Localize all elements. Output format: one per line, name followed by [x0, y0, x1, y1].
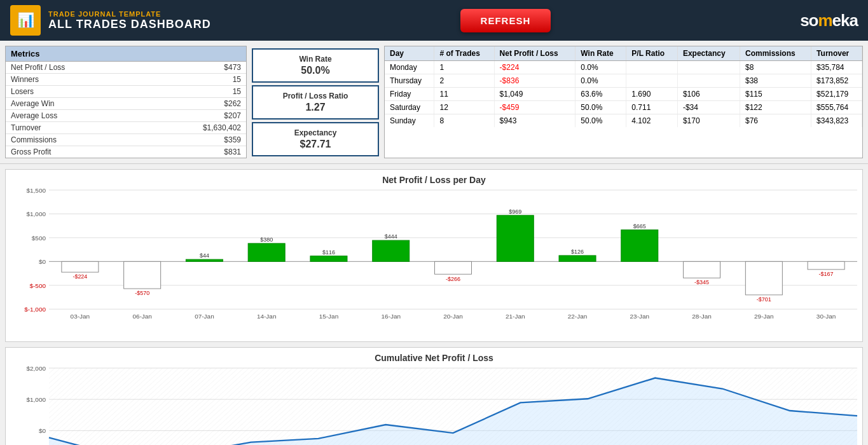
header-text: TRADE JOURNAL TEMPLATE ALL TRADES DASHBO… — [48, 10, 211, 31]
app-icon: 📊 — [10, 5, 41, 36]
table-cell: 0.711 — [626, 101, 678, 114]
table-cell: $8 — [740, 61, 811, 74]
charts-section: Net Profit / Loss per Day $1,500$1,000$5… — [0, 164, 868, 445]
svg-text:15-Jan: 15-Jan — [319, 313, 339, 320]
svg-text:$1,000: $1,000 — [26, 211, 46, 218]
svg-rect-19 — [186, 259, 223, 261]
metrics-value: 15 — [233, 87, 241, 96]
day-table-header-row: Day# of TradesNet Profit / LossWin RateP… — [385, 46, 862, 61]
svg-text:29-Jan: 29-Jan — [754, 313, 774, 320]
metrics-value: $831 — [224, 147, 241, 156]
svg-text:$1,500: $1,500 — [26, 187, 46, 194]
metrics-row: Average Win$262 — [6, 98, 246, 110]
metrics-label: Commissions — [11, 135, 57, 144]
svg-text:30-Jan: 30-Jan — [816, 313, 836, 320]
summary-cards: Win Rate 50.0% Profit / Loss Ratio 1.27 … — [252, 46, 379, 158]
top-section: Metrics Net Profit / Loss$473Winners15Lo… — [0, 41, 868, 164]
svg-text:-$701: -$701 — [757, 296, 771, 303]
svg-rect-25 — [310, 256, 347, 262]
expectancy-card: Expectancy $27.71 — [252, 122, 379, 156]
table-cell: $76 — [740, 114, 811, 128]
table-cell: 11 — [434, 88, 494, 101]
svg-text:$0: $0 — [39, 427, 46, 434]
table-cell: $555,764 — [811, 101, 862, 114]
table-cell: 8 — [434, 114, 494, 128]
svg-text:$2,000: $2,000 — [26, 365, 46, 372]
svg-text:$969: $969 — [509, 209, 521, 215]
day-table-col-header: Commissions — [740, 46, 811, 61]
svg-text:$-500: $-500 — [29, 282, 46, 289]
svg-text:$500: $500 — [32, 235, 46, 242]
svg-text:$126: $126 — [571, 249, 584, 255]
metrics-label: Average Win — [11, 99, 54, 108]
svg-rect-28 — [373, 240, 410, 261]
svg-rect-49 — [808, 261, 844, 270]
svg-text:21-Jan: 21-Jan — [506, 313, 525, 320]
win-rate-label: Win Rate — [266, 55, 365, 64]
svg-text:14-Jan: 14-Jan — [257, 313, 277, 320]
svg-text:22-Jan: 22-Jan — [568, 313, 588, 320]
metrics-heading: Metrics — [6, 46, 246, 62]
pl-ratio-label: Profit / Loss Ratio — [266, 92, 365, 100]
metrics-row: Turnover$1,630,402 — [6, 122, 246, 134]
day-table-col-header: # of Trades — [434, 46, 494, 61]
table-row: Monday1-$2240.0%$8$35,784 — [385, 61, 862, 74]
svg-text:$444: $444 — [385, 234, 397, 240]
day-table-col-header: Expectancy — [677, 46, 740, 61]
table-cell: $170 — [677, 114, 740, 128]
bar-chart-title: Net Profit / Loss per Day — [11, 175, 857, 185]
metrics-rows: Net Profit / Loss$473Winners15Losers15Av… — [6, 62, 246, 158]
svg-text:$380: $380 — [260, 236, 273, 243]
metrics-value: $262 — [224, 99, 241, 108]
metrics-label: Gross Profit — [11, 147, 51, 156]
metrics-value: $207 — [224, 111, 241, 120]
svg-text:$0: $0 — [39, 258, 46, 265]
svg-rect-43 — [684, 261, 720, 278]
day-table-col-header: Net Profit / Loss — [494, 46, 575, 61]
pl-ratio-card: Profit / Loss Ratio 1.27 — [252, 85, 379, 120]
svg-text:-$345: -$345 — [694, 280, 709, 286]
header-title: ALL TRADES DASHBOARD — [48, 18, 211, 31]
table-cell: Friday — [385, 88, 434, 101]
line-chart-box: Cumulative Net Profit / Loss $2,000$1,00… — [5, 347, 863, 445]
table-cell: 2 — [434, 74, 494, 88]
metrics-label: Net Profit / Loss — [11, 63, 65, 72]
table-row: Sunday8$94350.0%4.102$170$76$343,823 — [385, 114, 862, 128]
table-cell: $521,179 — [811, 88, 862, 101]
table-cell — [626, 61, 678, 74]
table-cell: $943 — [494, 114, 575, 128]
table-cell: Saturday — [385, 101, 434, 114]
day-table-col-header: Turnover — [811, 46, 862, 61]
table-cell: 0.0% — [575, 74, 626, 88]
metrics-row: Commissions$359 — [6, 134, 246, 146]
svg-text:-$570: -$570 — [135, 291, 149, 297]
table-cell: $343,823 — [811, 114, 862, 128]
table-row: Friday11$1,04963.6%1.690$106$115$521,179 — [385, 88, 862, 101]
table-cell: 50.0% — [575, 101, 626, 114]
table-cell: $35,784 — [811, 61, 862, 74]
table-cell: Sunday — [385, 114, 434, 128]
svg-rect-16 — [124, 261, 161, 289]
svg-text:06-Jan: 06-Jan — [132, 313, 152, 320]
svg-rect-31 — [435, 261, 472, 274]
day-table: Day# of TradesNet Profit / LossWin RateP… — [385, 46, 862, 127]
day-table-col-header: P/L Ratio — [626, 46, 678, 61]
svg-text:28-Jan: 28-Jan — [692, 313, 712, 320]
pl-ratio-value: 1.27 — [266, 102, 365, 113]
metrics-label: Average Loss — [11, 111, 57, 120]
day-table-col-header: Win Rate — [575, 46, 626, 61]
table-cell: -$34 — [677, 101, 740, 114]
svg-text:$665: $665 — [633, 223, 646, 229]
svg-text:$116: $116 — [322, 249, 335, 256]
svg-text:16-Jan: 16-Jan — [381, 313, 401, 320]
table-cell: 1.690 — [626, 88, 678, 101]
refresh-button[interactable]: REFRESH — [460, 9, 551, 32]
bar-chart-box: Net Profit / Loss per Day $1,500$1,000$5… — [5, 169, 863, 342]
svg-text:$44: $44 — [200, 253, 209, 259]
table-cell: $38 — [740, 74, 811, 88]
header: 📊 TRADE JOURNAL TEMPLATE ALL TRADES DASH… — [0, 0, 868, 41]
svg-text:-$224: -$224 — [72, 274, 87, 280]
table-cell: 12 — [434, 101, 494, 114]
svg-rect-22 — [248, 243, 285, 261]
table-cell: -$836 — [494, 74, 575, 88]
